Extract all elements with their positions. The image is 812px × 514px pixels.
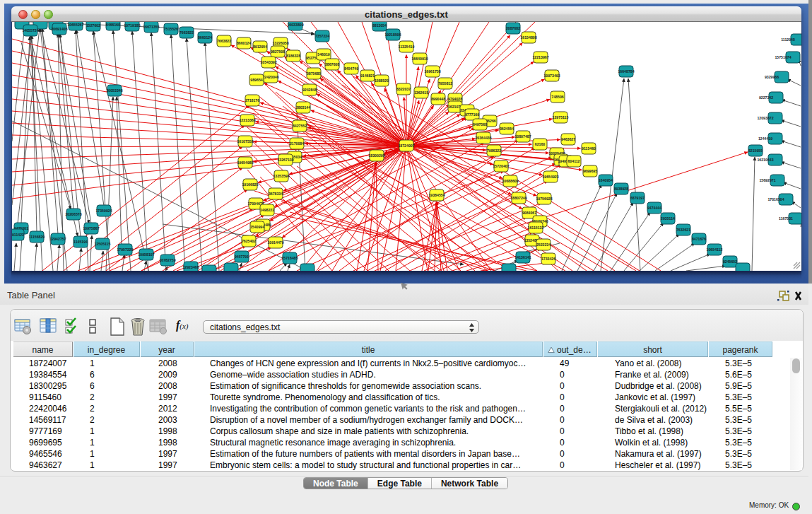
svg-text:16115132: 16115132	[528, 226, 544, 230]
svg-text:20364436: 20364436	[475, 136, 491, 140]
svg-text:7663822: 7663822	[180, 30, 194, 35]
svg-text:10543392: 10543392	[260, 60, 276, 64]
svg-text:19384554: 19384554	[428, 193, 445, 197]
svg-text:9329966: 9329966	[765, 75, 779, 79]
svg-text:7663822: 7663822	[217, 39, 231, 43]
svg-text:9474444: 9474444	[647, 206, 661, 210]
svg-text:3678334: 3678334	[269, 192, 283, 196]
svg-text:16648784: 16648784	[618, 69, 634, 74]
svg-text:20053346: 20053346	[106, 88, 122, 93]
svg-text:16961758: 16961758	[424, 69, 440, 74]
svg-text:1145194: 1145194	[73, 240, 88, 244]
svg-text:7632621: 7632621	[676, 228, 690, 232]
svg-text:8660124: 8660124	[198, 35, 212, 40]
svg-text:15692971: 15692971	[759, 178, 775, 182]
svg-text:2718176: 2718176	[245, 98, 259, 103]
svg-text:8912954: 8912954	[253, 45, 267, 49]
svg-text:12942757: 12942757	[49, 237, 66, 241]
svg-text:8454749: 8454749	[344, 66, 358, 71]
svg-text:2522234: 2522234	[536, 243, 551, 247]
svg-text:9827508: 9827508	[271, 49, 285, 54]
svg-text:1588520: 1588520	[375, 78, 389, 83]
svg-text:8660124: 8660124	[237, 41, 251, 45]
svg-text:9777169: 9777169	[465, 112, 479, 117]
svg-text:8938928: 8938928	[614, 187, 628, 191]
svg-text:1640954: 1640954	[599, 178, 613, 182]
svg-text:13226058: 13226058	[272, 41, 288, 45]
svg-text:7357224: 7357224	[315, 34, 329, 38]
svg-text:18300295: 18300295	[368, 153, 384, 158]
svg-text:17957225: 17957225	[117, 247, 133, 252]
svg-text:18724007: 18724007	[398, 144, 414, 148]
svg-text:20691406: 20691406	[51, 27, 67, 31]
svg-text:10655267: 10655267	[67, 23, 83, 27]
svg-text:16671355: 16671355	[143, 25, 159, 29]
svg-text:3911423: 3911423	[12, 233, 24, 237]
svg-text:22420046: 22420046	[262, 75, 278, 79]
svg-text:2935114: 2935114	[661, 216, 675, 221]
svg-text:2867608: 2867608	[325, 62, 339, 66]
svg-text:16640910: 16640910	[411, 57, 428, 61]
svg-text:17359924: 17359924	[95, 209, 112, 213]
svg-text:9084067: 9084067	[522, 211, 536, 215]
svg-text:6497568: 6497568	[473, 122, 487, 127]
svg-text:9457791: 9457791	[235, 255, 249, 259]
svg-text:19654985: 19654985	[237, 160, 253, 165]
svg-text:14136141: 14136141	[514, 255, 531, 259]
svg-text:13267130: 13267130	[277, 158, 293, 162]
svg-text:1498222: 1498222	[260, 208, 274, 212]
svg-text:20206578: 20206578	[65, 212, 81, 216]
svg-text:3624554: 3624554	[500, 127, 514, 131]
svg-text:1527602: 1527602	[86, 23, 100, 28]
svg-text:8813054: 8813054	[372, 23, 387, 28]
svg-text:1362615: 1362615	[414, 90, 428, 95]
svg-text:6879197: 6879197	[630, 196, 645, 200]
svg-text:12505115: 12505115	[95, 242, 111, 246]
svg-text:16033809: 16033809	[287, 23, 303, 27]
svg-text:5875685: 5875685	[307, 71, 321, 76]
svg-text:9463627: 9463627	[561, 137, 575, 141]
svg-text:62160: 62160	[535, 142, 546, 146]
svg-text:19654923: 19654923	[542, 175, 558, 179]
svg-text:10975867: 10975867	[83, 226, 99, 230]
svg-text:7515526: 7515526	[164, 27, 178, 31]
svg-text:12923466: 12923466	[182, 265, 199, 269]
svg-text:14055724: 14055724	[22, 28, 38, 33]
svg-text:16210643: 16210643	[757, 158, 773, 162]
svg-text:1733426: 1733426	[541, 257, 555, 261]
svg-text:8322037: 8322037	[396, 87, 411, 91]
svg-text:989654: 989654	[250, 78, 262, 82]
svg-text:17016504: 17016504	[767, 197, 784, 201]
svg-text:10719185: 10719185	[124, 23, 140, 28]
svg-text:9245652: 9245652	[723, 259, 737, 264]
svg-text:748506: 748506	[551, 95, 563, 99]
svg-text:9699695: 9699695	[583, 169, 597, 173]
svg-text:8471676: 8471676	[692, 237, 706, 241]
svg-text:11325419: 11325419	[399, 45, 415, 49]
svg-text:16154808: 16154808	[520, 35, 536, 40]
svg-text:12975115: 12975115	[553, 115, 569, 119]
svg-text:10807487: 10807487	[514, 134, 531, 139]
svg-text:546019: 546019	[317, 52, 329, 57]
svg-text:604112: 604112	[567, 159, 579, 163]
svg-text:13353594: 13353594	[273, 174, 289, 178]
svg-text:12093872: 12093872	[757, 116, 773, 120]
svg-text:15720407: 15720407	[493, 164, 509, 168]
svg-text:10688609: 10688609	[502, 179, 518, 183]
svg-text:8215955: 8215955	[748, 148, 763, 153]
svg-text:15716485: 15716485	[281, 256, 298, 260]
svg-text:2087682: 2087682	[506, 26, 520, 30]
svg-text:11156829: 11156829	[29, 235, 45, 239]
svg-text:18807249: 18807249	[510, 196, 526, 200]
svg-text:16782759: 16782759	[159, 258, 175, 262]
svg-text:8186328: 8186328	[286, 54, 300, 58]
svg-text:10958107: 10958107	[138, 252, 154, 257]
svg-text:6466160: 6466160	[106, 23, 120, 27]
svg-text:8990448: 8990448	[431, 97, 445, 101]
svg-text:1167531: 1167531	[779, 216, 793, 221]
svg-text:15751074: 15751074	[775, 55, 791, 59]
svg-text:9115460: 9115460	[582, 146, 596, 151]
svg-text:7625402: 7625402	[242, 239, 256, 243]
svg-text:1540994: 1540994	[250, 225, 264, 229]
svg-text:12213967: 12213967	[532, 55, 548, 59]
